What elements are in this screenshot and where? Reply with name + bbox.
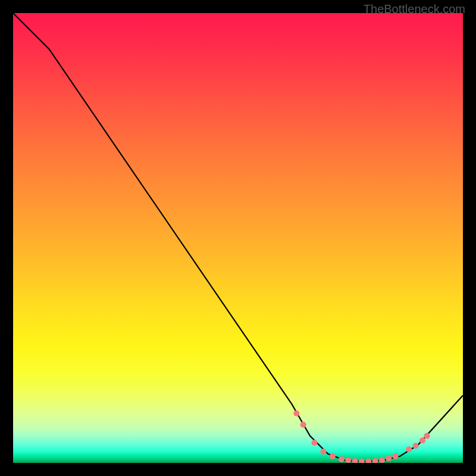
watermark-text: TheBottleneck.com [364,2,465,16]
chart-gradient-background [13,13,463,463]
